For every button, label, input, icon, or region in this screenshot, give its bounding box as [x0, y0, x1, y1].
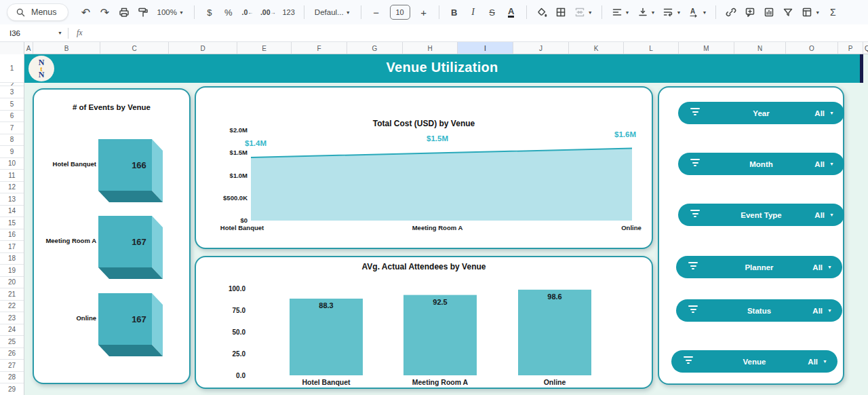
format-currency-button[interactable]: $: [201, 3, 218, 21]
more-formats-button[interactable]: 123: [281, 3, 297, 21]
row-header-24[interactable]: 24: [0, 324, 24, 337]
increase-font-size-button[interactable]: +: [416, 3, 432, 21]
row-header-18[interactable]: 18: [0, 253, 24, 265]
row-header-8[interactable]: 8: [0, 134, 24, 147]
row-header-25[interactable]: 25: [0, 336, 24, 348]
bold-button[interactable]: B: [446, 3, 462, 21]
italic-button[interactable]: I: [465, 3, 481, 21]
name-box[interactable]: I36 ▼: [0, 29, 68, 37]
filter-value-dropdown[interactable]: All▼: [814, 204, 834, 226]
bar-value-label: 167: [132, 237, 146, 247]
column-header-N[interactable]: N: [734, 42, 786, 54]
row-header-16[interactable]: 16: [0, 229, 24, 242]
row-header-23[interactable]: 23: [0, 312, 24, 324]
row-header-9[interactable]: 9: [0, 146, 24, 158]
filter-value-dropdown[interactable]: All▼: [812, 256, 832, 278]
strikethrough-button[interactable]: S: [484, 3, 500, 21]
font-select[interactable]: Defaul...▼: [311, 8, 354, 16]
insert-chart-button[interactable]: [761, 3, 777, 21]
row-header-1[interactable]: 1: [0, 54, 24, 83]
row-header-26[interactable]: 26: [0, 348, 24, 360]
row-header-17[interactable]: 17: [0, 241, 24, 253]
filter-planner-pill[interactable]: PlannerAll▼: [676, 256, 842, 278]
row-header-14[interactable]: 14: [0, 206, 24, 218]
toolbar-divider: [601, 5, 602, 19]
row-header-27[interactable]: 27: [0, 360, 24, 372]
column-header-D[interactable]: D: [169, 42, 237, 54]
column-header-G[interactable]: G: [347, 42, 403, 54]
merge-cells-button[interactable]: ▼: [572, 3, 595, 21]
insert-link-button[interactable]: [723, 3, 739, 21]
decrease-decimal-button[interactable]: .0←: [239, 3, 256, 21]
table-views-button[interactable]: ▼: [799, 3, 822, 21]
row-header-11[interactable]: 11: [0, 170, 24, 182]
row-header-28[interactable]: 28: [0, 372, 24, 384]
filter-value-dropdown[interactable]: All▼: [814, 153, 834, 175]
font-size-input[interactable]: 10: [390, 5, 410, 20]
select-all-corner[interactable]: [0, 42, 24, 54]
y-axis-tick: $1.5M: [230, 149, 248, 156]
filter-year-pill[interactable]: YearAll▼: [678, 102, 844, 124]
row-header-6[interactable]: 6: [0, 111, 24, 123]
avg-attendees-chart[interactable]: AVg. Actual Attendees by Venue 100.075.0…: [195, 256, 653, 389]
column-header-F[interactable]: F: [292, 42, 347, 54]
insert-comment-button[interactable]: [742, 3, 758, 21]
decrease-font-size-button[interactable]: −: [368, 3, 384, 21]
format-percent-button[interactable]: %: [220, 3, 237, 21]
borders-button[interactable]: [553, 3, 569, 21]
column-header-I[interactable]: I: [458, 42, 513, 54]
row-header-3[interactable]: 3: [0, 86, 24, 98]
text-wrap-button[interactable]: ▼: [660, 3, 683, 21]
filter-month-pill[interactable]: MonthAll▼: [678, 153, 844, 175]
borders-icon: [555, 6, 567, 18]
text-rotation-button[interactable]: A ▼: [686, 3, 709, 21]
filter-value-dropdown[interactable]: All▼: [812, 299, 832, 322]
column-header-M[interactable]: M: [679, 42, 734, 54]
row-header-21[interactable]: 21: [0, 288, 24, 301]
row-header-7[interactable]: 7: [0, 122, 24, 134]
column-header-B[interactable]: B: [33, 42, 100, 54]
column-header-E[interactable]: E: [237, 42, 292, 54]
filter-value-dropdown[interactable]: All▼: [808, 350, 827, 373]
functions-button[interactable]: Σ: [825, 3, 841, 21]
vertical-align-button[interactable]: ▼: [635, 3, 658, 21]
row-header-12[interactable]: 12: [0, 182, 24, 194]
create-filter-button[interactable]: [780, 3, 796, 21]
filter-funnel-icon: [782, 6, 794, 18]
print-button[interactable]: [116, 3, 132, 21]
total-cost-chart[interactable]: Total Cost (USD) by Venue $2.0M$1.5M$1.0…: [195, 86, 653, 249]
filter-status-pill[interactable]: StatusAll▼: [676, 299, 842, 322]
column-header-H[interactable]: H: [403, 42, 458, 54]
paint-format-button[interactable]: [135, 3, 151, 21]
column-header-P[interactable]: P: [838, 42, 863, 54]
row-header-19[interactable]: 19: [0, 265, 24, 277]
increase-decimal-button[interactable]: .00→: [258, 3, 278, 21]
events-by-venue-chart[interactable]: # of Events by Venue Hotel Banquet166Mee…: [33, 88, 191, 384]
row-header-22[interactable]: 22: [0, 301, 24, 313]
menus-button[interactable]: Menus: [7, 3, 68, 21]
column-header-O[interactable]: O: [786, 42, 838, 54]
filter-value-dropdown[interactable]: All▼: [814, 102, 834, 124]
column-header-L[interactable]: L: [624, 42, 679, 54]
sheet-canvas[interactable]: Venue Utilization N t N # of Events by V…: [24, 54, 868, 395]
chevron-down-icon: ▼: [676, 10, 681, 15]
zoom-select[interactable]: 100%▼: [154, 8, 187, 16]
row-header-13[interactable]: 13: [0, 193, 24, 206]
column-header-A[interactable]: A: [24, 42, 33, 54]
redo-button[interactable]: ↷: [97, 3, 113, 21]
row-header-29[interactable]: 29: [0, 383, 24, 395]
row-header-20[interactable]: 20: [0, 277, 24, 289]
row-header-15[interactable]: 15: [0, 217, 24, 229]
filter-event-type-pill[interactable]: Event TypeAll▼: [678, 204, 844, 226]
column-header-J[interactable]: J: [513, 42, 569, 54]
column-header-Q[interactable]: Q: [863, 42, 868, 54]
text-color-button[interactable]: A: [503, 3, 519, 21]
undo-button[interactable]: ↶: [78, 3, 94, 21]
fill-color-button[interactable]: [534, 3, 550, 21]
column-header-K[interactable]: K: [569, 42, 624, 54]
horizontal-align-button[interactable]: ▼: [609, 3, 632, 21]
column-header-C[interactable]: C: [100, 42, 169, 54]
filter-venue-pill[interactable]: VenueAll▼: [671, 350, 837, 373]
row-header-10[interactable]: 10: [0, 158, 24, 170]
row-header-5[interactable]: 5: [0, 98, 24, 111]
